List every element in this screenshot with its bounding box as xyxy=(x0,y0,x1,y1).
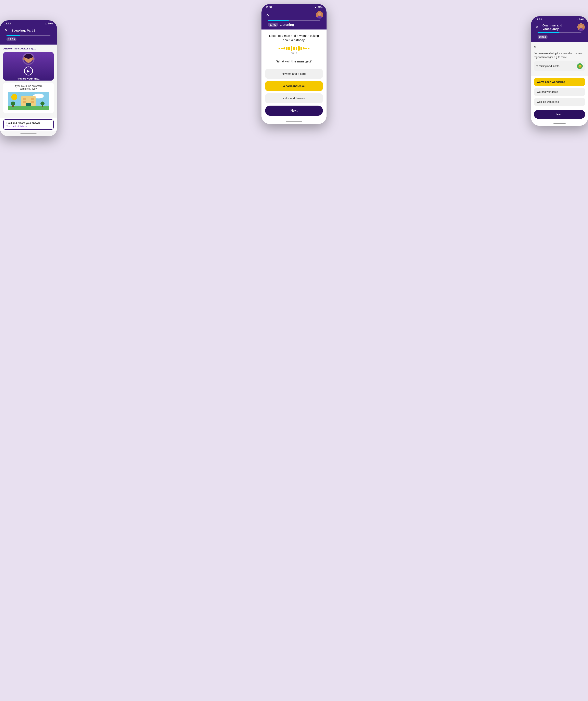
signal-icon-left: ▲ xyxy=(45,22,47,25)
progress-fill-left xyxy=(6,35,20,36)
close-button-right[interactable]: ✕ xyxy=(534,24,540,30)
signal-icon-center: ▲ xyxy=(314,6,317,9)
home-indicator-left xyxy=(20,134,37,134)
progress-bar-center xyxy=(268,20,320,21)
time-right: 13:52 xyxy=(535,18,542,21)
home-bar-right xyxy=(531,122,588,126)
speaking-content: Answer the speaker's qu... ▶ Prepare you… xyxy=(0,44,57,118)
question-prefix: er xyxy=(534,45,536,48)
avatar-right xyxy=(577,23,585,31)
battery-icon-right: 59% xyxy=(579,18,584,21)
wave-bar xyxy=(279,48,280,49)
progress-fill-right xyxy=(538,32,560,33)
timer-left: 27:53 xyxy=(6,37,16,41)
svg-rect-10 xyxy=(31,101,34,103)
record-sub: You can try this twice xyxy=(6,125,50,127)
svg-point-19 xyxy=(579,25,583,28)
avatar-image xyxy=(316,11,323,18)
next-button-right[interactable]: Next xyxy=(534,110,585,119)
building-illustration xyxy=(8,92,49,110)
next-button-center[interactable]: Next xyxy=(265,105,323,116)
header-left: ✕ Speaking: Part 2 xyxy=(0,26,57,35)
wave-bar xyxy=(281,48,283,49)
chat-bubble: 's coming next month. 😊 xyxy=(534,61,585,71)
phone-speaking: 13:52 ▲ 59% ✕ Speaking: Part 2 27:53 Ans… xyxy=(0,20,57,136)
speaking-title: Speaking: Part 2 xyxy=(11,29,54,32)
battery-icon-center: 59% xyxy=(318,6,322,9)
record-box[interactable]: Hold and record your answer You can try … xyxy=(3,119,54,130)
svg-rect-9 xyxy=(23,101,26,103)
if-you-box: If you could live anywherewould you live… xyxy=(3,82,54,113)
wave-bar xyxy=(296,47,297,50)
avatar-center xyxy=(316,11,323,18)
svg-rect-7 xyxy=(23,98,26,100)
wave-bar xyxy=(291,46,292,51)
svg-rect-6 xyxy=(26,103,31,106)
close-button-left[interactable]: ✕ xyxy=(3,27,9,33)
status-bar-center: 13:52 ▲ 59% xyxy=(262,4,326,10)
wave-bar xyxy=(298,46,300,51)
home-indicator-center xyxy=(286,122,302,122)
home-bar-center xyxy=(262,120,326,124)
header-right: ✕ Grammar and Vocabulary xyxy=(531,22,588,32)
wave-bar xyxy=(286,47,288,50)
wave-bar xyxy=(308,48,309,49)
grammar-paragraph: 've been wondering for some when the new… xyxy=(534,51,585,59)
chat-text: 's coming next month. xyxy=(536,65,560,67)
progress-bar-left xyxy=(6,35,50,36)
home-indicator-right xyxy=(553,123,566,124)
grammar-option-3[interactable]: We'll be wondering xyxy=(534,98,585,106)
prepare-label: Prepare your ans... xyxy=(16,77,40,80)
grammar-title: Grammar and Vocabulary xyxy=(543,24,575,30)
wave-bar xyxy=(300,47,302,50)
battery-icon-left: 59% xyxy=(48,22,53,25)
speaking-image: ▶ Prepare your ans... xyxy=(3,52,54,80)
if-you-text: If you could live anywherewould you live… xyxy=(5,85,52,90)
header-center: ✕ xyxy=(262,10,326,20)
status-icons-left: ▲ 59% xyxy=(45,22,53,25)
grammar-option-2[interactable]: We had wondered xyxy=(534,88,585,96)
audio-wave xyxy=(265,46,323,51)
close-button-center[interactable]: ✕ xyxy=(265,12,270,18)
grammar-content: er 've been wondering for some when the … xyxy=(531,42,588,76)
wave-bar xyxy=(288,47,290,50)
record-title: Hold and record your answer xyxy=(6,122,50,125)
listening-instruction: Listen to a man and a woman talking abou… xyxy=(265,34,323,42)
status-icons-center: ▲ 59% xyxy=(314,6,322,9)
svg-point-1 xyxy=(11,94,17,100)
option-card-cake[interactable]: a card and cake xyxy=(265,81,323,91)
time-left: 13:52 xyxy=(4,22,11,25)
status-bar-right: 13:52 ▲ 59% xyxy=(531,16,588,22)
phone-grammar: 13:52 ▲ 59% ✕ Grammar and Vocabulary 27:… xyxy=(531,16,588,126)
grammar-options-area: We've been wondering We had wondered We'… xyxy=(531,76,588,110)
svg-point-14 xyxy=(40,101,44,105)
svg-point-16 xyxy=(318,12,321,16)
wave-bar xyxy=(303,47,305,49)
wave-bar xyxy=(293,47,295,50)
section-label: Listening xyxy=(280,23,294,27)
emoji-button[interactable]: 😊 xyxy=(577,63,583,69)
status-bar-left: 13:52 ▲ 59% xyxy=(0,20,57,26)
wave-bar xyxy=(283,47,285,49)
svg-rect-8 xyxy=(31,98,34,100)
progress-bar-right xyxy=(538,32,582,33)
grammar-option-1[interactable]: We've been wondering xyxy=(534,78,585,86)
timer-right: 27:53 xyxy=(538,35,548,39)
grammar-label: er xyxy=(534,45,585,49)
play-button[interactable]: ▶ xyxy=(24,66,33,75)
home-bar-left xyxy=(0,132,57,136)
listening-body: Listen to a man and a woman talking abou… xyxy=(262,29,326,120)
option-cake-flowers[interactable]: cake and flowers xyxy=(265,93,323,103)
signal-icon-right: ▲ xyxy=(576,18,578,21)
speaking-question: Answer the speaker's qu... xyxy=(3,47,54,50)
status-icons-right: ▲ 59% xyxy=(576,18,584,21)
timer-center: 27:53 xyxy=(268,23,278,27)
option-flowers-card[interactable]: flowers and a card xyxy=(265,69,323,79)
progress-fill-center xyxy=(268,20,289,21)
listening-question: What will the man get? xyxy=(265,60,323,63)
underlined-text: 've been wondering xyxy=(534,52,557,55)
avatar-image-right xyxy=(577,23,585,31)
audio-time: 00:12 xyxy=(265,52,323,55)
wave-bar xyxy=(305,48,307,49)
phone-listening: 13:52 ▲ 59% ✕ 27:53 Listening Listen to … xyxy=(262,4,326,124)
